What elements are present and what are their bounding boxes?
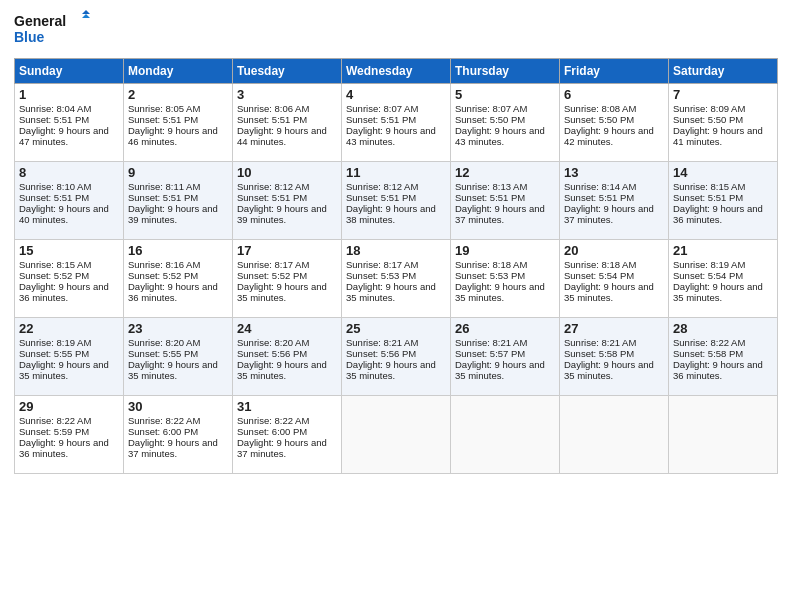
calendar-header-tuesday: Tuesday: [233, 59, 342, 84]
page: General Blue SundayMondayTuesdayWednesda…: [0, 0, 792, 484]
daylight-text: Daylight: 9 hours and 36 minutes.: [19, 281, 119, 303]
sunset-text: Sunset: 5:56 PM: [346, 348, 446, 359]
sunset-text: Sunset: 5:54 PM: [564, 270, 664, 281]
day-number: 17: [237, 243, 337, 258]
day-number: 25: [346, 321, 446, 336]
logo-svg: General Blue: [14, 10, 94, 50]
calendar-cell: 12Sunrise: 8:13 AMSunset: 5:51 PMDayligh…: [451, 162, 560, 240]
calendar-header-friday: Friday: [560, 59, 669, 84]
calendar-cell: 13Sunrise: 8:14 AMSunset: 5:51 PMDayligh…: [560, 162, 669, 240]
sunset-text: Sunset: 5:51 PM: [19, 114, 119, 125]
sunrise-text: Sunrise: 8:22 AM: [19, 415, 119, 426]
sunset-text: Sunset: 5:58 PM: [564, 348, 664, 359]
day-number: 6: [564, 87, 664, 102]
calendar-cell: 6Sunrise: 8:08 AMSunset: 5:50 PMDaylight…: [560, 84, 669, 162]
calendar-cell: 26Sunrise: 8:21 AMSunset: 5:57 PMDayligh…: [451, 318, 560, 396]
sunrise-text: Sunrise: 8:19 AM: [19, 337, 119, 348]
calendar-cell: [342, 396, 451, 474]
day-number: 5: [455, 87, 555, 102]
calendar-cell: 22Sunrise: 8:19 AMSunset: 5:55 PMDayligh…: [15, 318, 124, 396]
sunrise-text: Sunrise: 8:21 AM: [564, 337, 664, 348]
daylight-text: Daylight: 9 hours and 40 minutes.: [19, 203, 119, 225]
calendar-week-row: 8Sunrise: 8:10 AMSunset: 5:51 PMDaylight…: [15, 162, 778, 240]
sunrise-text: Sunrise: 8:10 AM: [19, 181, 119, 192]
day-number: 24: [237, 321, 337, 336]
daylight-text: Daylight: 9 hours and 37 minutes.: [455, 203, 555, 225]
sunrise-text: Sunrise: 8:12 AM: [237, 181, 337, 192]
daylight-text: Daylight: 9 hours and 37 minutes.: [237, 437, 337, 459]
sunrise-text: Sunrise: 8:22 AM: [673, 337, 773, 348]
calendar-week-row: 22Sunrise: 8:19 AMSunset: 5:55 PMDayligh…: [15, 318, 778, 396]
daylight-text: Daylight: 9 hours and 43 minutes.: [346, 125, 446, 147]
sunrise-text: Sunrise: 8:07 AM: [455, 103, 555, 114]
day-number: 15: [19, 243, 119, 258]
daylight-text: Daylight: 9 hours and 39 minutes.: [128, 203, 228, 225]
calendar-cell: [451, 396, 560, 474]
calendar-cell: 20Sunrise: 8:18 AMSunset: 5:54 PMDayligh…: [560, 240, 669, 318]
day-number: 16: [128, 243, 228, 258]
sunrise-text: Sunrise: 8:20 AM: [128, 337, 228, 348]
sunrise-text: Sunrise: 8:15 AM: [19, 259, 119, 270]
sunrise-text: Sunrise: 8:14 AM: [564, 181, 664, 192]
day-number: 30: [128, 399, 228, 414]
daylight-text: Daylight: 9 hours and 38 minutes.: [346, 203, 446, 225]
sunrise-text: Sunrise: 8:22 AM: [237, 415, 337, 426]
sunset-text: Sunset: 5:51 PM: [19, 192, 119, 203]
daylight-text: Daylight: 9 hours and 35 minutes.: [237, 281, 337, 303]
sunset-text: Sunset: 5:56 PM: [237, 348, 337, 359]
calendar-cell: 8Sunrise: 8:10 AMSunset: 5:51 PMDaylight…: [15, 162, 124, 240]
calendar-cell: 15Sunrise: 8:15 AMSunset: 5:52 PMDayligh…: [15, 240, 124, 318]
day-number: 19: [455, 243, 555, 258]
sunrise-text: Sunrise: 8:15 AM: [673, 181, 773, 192]
day-number: 4: [346, 87, 446, 102]
sunrise-text: Sunrise: 8:22 AM: [128, 415, 228, 426]
calendar-header-saturday: Saturday: [669, 59, 778, 84]
svg-text:Blue: Blue: [14, 29, 45, 45]
sunset-text: Sunset: 5:58 PM: [673, 348, 773, 359]
daylight-text: Daylight: 9 hours and 44 minutes.: [237, 125, 337, 147]
calendar-cell: [560, 396, 669, 474]
calendar-cell: 7Sunrise: 8:09 AMSunset: 5:50 PMDaylight…: [669, 84, 778, 162]
calendar-cell: 27Sunrise: 8:21 AMSunset: 5:58 PMDayligh…: [560, 318, 669, 396]
daylight-text: Daylight: 9 hours and 35 minutes.: [346, 281, 446, 303]
daylight-text: Daylight: 9 hours and 43 minutes.: [455, 125, 555, 147]
sunset-text: Sunset: 5:54 PM: [673, 270, 773, 281]
sunset-text: Sunset: 5:55 PM: [128, 348, 228, 359]
sunrise-text: Sunrise: 8:05 AM: [128, 103, 228, 114]
sunset-text: Sunset: 5:53 PM: [346, 270, 446, 281]
calendar-cell: 4Sunrise: 8:07 AMSunset: 5:51 PMDaylight…: [342, 84, 451, 162]
sunrise-text: Sunrise: 8:21 AM: [346, 337, 446, 348]
daylight-text: Daylight: 9 hours and 35 minutes.: [564, 359, 664, 381]
calendar-header-thursday: Thursday: [451, 59, 560, 84]
day-number: 10: [237, 165, 337, 180]
calendar-week-row: 1Sunrise: 8:04 AMSunset: 5:51 PMDaylight…: [15, 84, 778, 162]
daylight-text: Daylight: 9 hours and 42 minutes.: [564, 125, 664, 147]
sunrise-text: Sunrise: 8:16 AM: [128, 259, 228, 270]
svg-text:General: General: [14, 13, 66, 29]
daylight-text: Daylight: 9 hours and 36 minutes.: [673, 359, 773, 381]
daylight-text: Daylight: 9 hours and 35 minutes.: [564, 281, 664, 303]
sunrise-text: Sunrise: 8:21 AM: [455, 337, 555, 348]
daylight-text: Daylight: 9 hours and 35 minutes.: [19, 359, 119, 381]
sunset-text: Sunset: 5:51 PM: [673, 192, 773, 203]
sunrise-text: Sunrise: 8:11 AM: [128, 181, 228, 192]
daylight-text: Daylight: 9 hours and 35 minutes.: [128, 359, 228, 381]
day-number: 28: [673, 321, 773, 336]
svg-marker-3: [82, 14, 90, 18]
sunset-text: Sunset: 5:57 PM: [455, 348, 555, 359]
calendar-cell: 18Sunrise: 8:17 AMSunset: 5:53 PMDayligh…: [342, 240, 451, 318]
calendar-cell: 24Sunrise: 8:20 AMSunset: 5:56 PMDayligh…: [233, 318, 342, 396]
day-number: 11: [346, 165, 446, 180]
calendar-cell: 9Sunrise: 8:11 AMSunset: 5:51 PMDaylight…: [124, 162, 233, 240]
daylight-text: Daylight: 9 hours and 47 minutes.: [19, 125, 119, 147]
calendar-cell: 29Sunrise: 8:22 AMSunset: 5:59 PMDayligh…: [15, 396, 124, 474]
sunrise-text: Sunrise: 8:07 AM: [346, 103, 446, 114]
day-number: 26: [455, 321, 555, 336]
calendar-cell: 16Sunrise: 8:16 AMSunset: 5:52 PMDayligh…: [124, 240, 233, 318]
calendar-cell: 30Sunrise: 8:22 AMSunset: 6:00 PMDayligh…: [124, 396, 233, 474]
sunset-text: Sunset: 5:50 PM: [673, 114, 773, 125]
day-number: 8: [19, 165, 119, 180]
sunset-text: Sunset: 6:00 PM: [237, 426, 337, 437]
day-number: 1: [19, 87, 119, 102]
sunrise-text: Sunrise: 8:06 AM: [237, 103, 337, 114]
